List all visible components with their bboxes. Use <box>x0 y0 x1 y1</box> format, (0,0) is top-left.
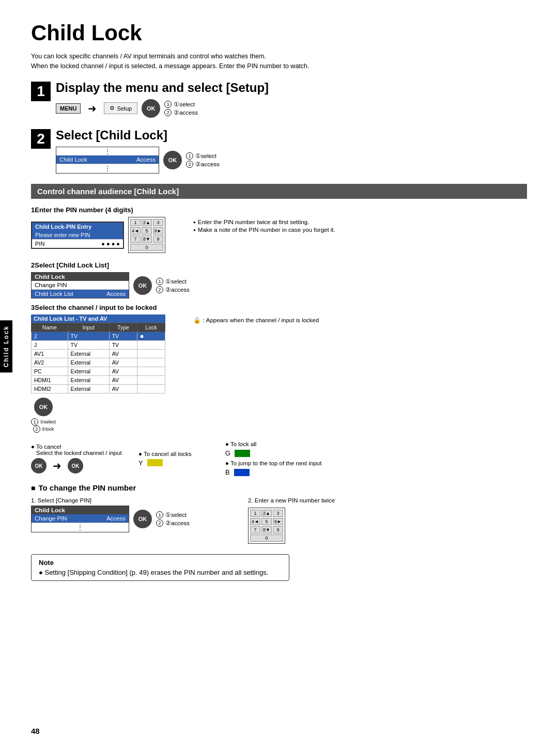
key-7[interactable]: 7 <box>130 235 141 243</box>
key2-0[interactable]: 0 <box>250 534 283 542</box>
note-title: Note <box>39 559 282 566</box>
step2-block: 2 Select [Child Lock] ⋮ Child Lock Acces… <box>31 128 527 177</box>
step2-number: 2 <box>31 129 51 149</box>
ok-button-change-pin[interactable]: OK <box>133 510 152 528</box>
table-row[interactable]: JTVTV <box>32 341 165 350</box>
circle-1d: 1 <box>156 511 163 518</box>
change-pin-section: To change the PIN number 1. Select [Chan… <box>31 483 527 544</box>
page-number: 48 <box>31 727 40 735</box>
key2-3[interactable]: 3 <box>273 510 283 517</box>
ok-button-step2[interactable]: OK <box>163 151 182 169</box>
key2-1[interactable]: 1 <box>250 510 260 517</box>
change-pin-access-row[interactable]: Change PIN Access <box>32 514 129 523</box>
change-pin-step1-row: Child Lock Change PIN Access ⋮ OK 1①sele… <box>31 506 227 532</box>
step1-number: 1 <box>31 82 51 101</box>
change-pin-menu-header: Child Lock <box>32 506 129 514</box>
cancel-row: ● To cancel Select the locked channel / … <box>31 441 527 476</box>
ok-btn-cancel-left[interactable]: OK <box>31 458 47 474</box>
key2-7[interactable]: 7 <box>250 526 260 533</box>
table-row[interactable]: PCExternalAV <box>32 367 165 376</box>
ok-button-substep2[interactable]: OK <box>133 276 152 295</box>
ok-btn-cancel-right[interactable]: OK <box>68 458 83 474</box>
table-row[interactable]: AV1ExternalAV <box>32 350 165 358</box>
key-9[interactable]: 9 <box>153 235 163 243</box>
change-pin-step2-label: 2. Enter a new PIN number twice <box>248 497 527 503</box>
key-2[interactable]: 2▲ <box>142 219 152 226</box>
key-3[interactable]: 3 <box>153 219 163 226</box>
circle-2b: 2 <box>186 161 193 168</box>
arrow-icon: ➜ <box>88 102 97 115</box>
lock-table-header: Child Lock List - TV and AV <box>31 314 165 323</box>
table-row[interactable]: AV2ExternalAV <box>32 358 165 367</box>
circle-1: 1 <box>164 101 172 108</box>
circle-1b: 1 <box>186 152 193 160</box>
child-lock-list-row[interactable]: Child Lock List Access <box>32 290 129 298</box>
circle-2: 2 <box>164 109 172 116</box>
intro-text: You can lock specific channels / AV inpu… <box>31 52 527 71</box>
step1-content: Display the menu and select [Setup] MENU… <box>56 81 527 121</box>
cancel-buttons-row: OK ➜ OK <box>31 458 134 474</box>
child-lock-menu-row[interactable]: Child Lock Access <box>56 155 159 164</box>
note-text: ● Setting [Shipping Condition] (p. 49) e… <box>39 569 282 576</box>
to-cancel-col: ● To cancel Select the locked channel / … <box>31 444 134 474</box>
arrow-cancel: ➜ <box>53 460 61 472</box>
key2-8[interactable]: 8▼ <box>261 526 272 533</box>
to-cancel-label: ● To cancel <box>31 444 134 450</box>
circle-2c: 2 <box>156 286 163 293</box>
change-pin-right: 2. Enter a new PIN number twice 1 2▲ 3 4… <box>248 497 527 544</box>
col-type: Type <box>109 323 137 332</box>
change-pin-menu: Child Lock Change PIN Access ⋮ <box>31 506 129 532</box>
key-6[interactable]: 6► <box>153 227 163 234</box>
key-1[interactable]: 1 <box>130 219 141 226</box>
change-pin-header: To change the PIN number <box>31 483 527 492</box>
control-section-header: Control channel audience [Child Lock] <box>31 184 527 199</box>
change-pin-two-col: 1. Select [Change PIN] Child Lock Change… <box>31 497 527 544</box>
substep3-title: 3Select the channel / input to be locked <box>31 304 527 311</box>
circle-1c: 1 <box>156 278 163 285</box>
table-row[interactable]: 2TVTV■ <box>32 332 165 341</box>
ok-button-step1[interactable]: OK <box>142 99 160 118</box>
pin-row2: PIN ● ● ● ● <box>32 240 123 248</box>
substep2-labels: 1①select 2②access <box>156 278 190 293</box>
menu-button[interactable]: MENU <box>56 103 81 114</box>
pin-row1: Please enter new PIN <box>32 231 123 240</box>
substep3-left: Child Lock List - TV and AV Name Input T… <box>31 314 186 436</box>
lock-table: Name Input Type Lock 2TVTV■ JTVTV <box>31 323 165 393</box>
key2-5[interactable]: 5 <box>261 518 272 525</box>
setup-label: Setup <box>117 105 132 112</box>
table-row[interactable]: HDMI1ExternalAV <box>32 376 165 385</box>
color-y-label: Y <box>138 459 143 467</box>
pin-bullet1: Enter the PIN number twice at first sett… <box>193 219 527 225</box>
ok-button-substep3[interactable]: OK <box>34 398 53 416</box>
key-5[interactable]: 5 <box>142 227 152 234</box>
key-4[interactable]: 4◄ <box>130 227 141 234</box>
blue-button[interactable] <box>234 469 250 476</box>
key-8[interactable]: 8▼ <box>142 235 152 243</box>
dots-top: ⋮ <box>56 147 159 156</box>
step2-menu: ⋮ Child Lock Access ⋮ <box>56 147 159 174</box>
key2-2[interactable]: 2▲ <box>261 510 272 517</box>
step1-labels: 1①select 2②access <box>164 101 198 116</box>
key2-9[interactable]: 9 <box>273 526 283 533</box>
change-pin-dots: ⋮ <box>32 523 129 532</box>
lock-icon-desc: 🔒 : Appears when the channel / input is … <box>193 317 527 324</box>
substep1-title: 1Enter the PIN number (4 digits) <box>31 206 527 214</box>
table-row[interactable]: HDMI2ExternalAV <box>32 385 165 393</box>
to-cancel-sub: Select the locked channel / input <box>36 450 134 456</box>
yellow-button[interactable] <box>147 459 163 466</box>
substep2-title: 2Select [Child Lock List] <box>31 261 527 269</box>
color-g-label: G <box>225 449 230 457</box>
change-pin-row[interactable]: Change PIN <box>32 281 129 290</box>
setup-icon-image: ⚙ <box>110 105 115 112</box>
key-0[interactable]: 0 <box>130 244 163 251</box>
pin-entry-box: Child Lock-PIN Entry Please enter new PI… <box>31 222 124 249</box>
substep3-btn-area: OK 1 ①select 2 ②lock <box>31 398 56 433</box>
green-button[interactable] <box>235 450 250 457</box>
key2-4[interactable]: 4◄ <box>250 518 260 525</box>
key2-6[interactable]: 6► <box>273 518 283 525</box>
substep1-right: Enter the PIN number twice at first sett… <box>193 217 527 234</box>
numpad-change-pin: 1 2▲ 3 4◄ 5 6► 7 8▼ 9 0 <box>248 508 285 544</box>
substep3-row: Child Lock List - TV and AV Name Input T… <box>31 314 527 436</box>
col-input: Input <box>68 323 109 332</box>
substep2-menu: Child Lock Change PIN Child Lock List Ac… <box>31 272 129 298</box>
